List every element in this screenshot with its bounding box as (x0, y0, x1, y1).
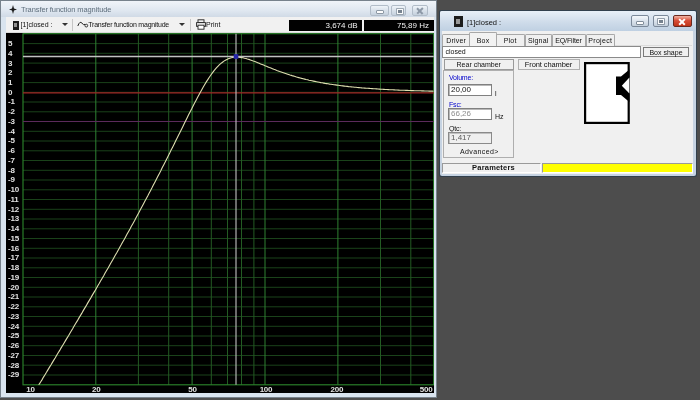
svg-text:2: 2 (8, 68, 13, 77)
svg-text:-2: -2 (8, 107, 15, 116)
svg-text:20: 20 (92, 384, 101, 393)
svg-text:-20: -20 (8, 282, 20, 291)
svg-text:-5: -5 (8, 136, 15, 145)
svg-text:-6: -6 (8, 146, 15, 155)
svg-text:-28: -28 (8, 360, 20, 369)
svg-text:-1: -1 (8, 97, 15, 106)
svg-text:50: 50 (188, 384, 197, 393)
svg-text:-11: -11 (8, 194, 19, 203)
svg-text:4: 4 (8, 48, 13, 57)
svg-text:-25: -25 (8, 331, 20, 340)
svg-text:-23: -23 (8, 311, 20, 320)
svg-text:-7: -7 (8, 155, 15, 164)
svg-text:100: 100 (259, 384, 272, 393)
svg-text:-27: -27 (8, 350, 20, 359)
svg-text:-18: -18 (8, 263, 20, 272)
svg-text:3: 3 (8, 58, 13, 67)
svg-text:-14: -14 (8, 224, 20, 233)
svg-text:10: 10 (26, 384, 35, 393)
svg-text:-15: -15 (8, 233, 20, 242)
svg-text:-4: -4 (8, 126, 15, 135)
svg-text:-3: -3 (8, 116, 15, 125)
svg-text:5: 5 (8, 39, 13, 48)
svg-text:0: 0 (8, 87, 13, 96)
svg-text:-26: -26 (8, 341, 20, 350)
svg-text:1: 1 (8, 78, 13, 87)
svg-text:-16: -16 (8, 243, 20, 252)
svg-text:-12: -12 (8, 204, 20, 213)
svg-text:-29: -29 (8, 370, 20, 379)
svg-text:-13: -13 (8, 214, 20, 223)
svg-text:200: 200 (330, 384, 343, 393)
svg-text:-9: -9 (8, 175, 15, 184)
svg-text:-8: -8 (8, 165, 15, 174)
svg-text:500: 500 (419, 384, 432, 393)
svg-text:-24: -24 (8, 321, 20, 330)
svg-text:-22: -22 (8, 302, 20, 311)
svg-text:-10: -10 (8, 185, 20, 194)
svg-text:-17: -17 (8, 253, 20, 262)
svg-text:-19: -19 (8, 272, 20, 281)
svg-text:-21: -21 (8, 292, 20, 301)
